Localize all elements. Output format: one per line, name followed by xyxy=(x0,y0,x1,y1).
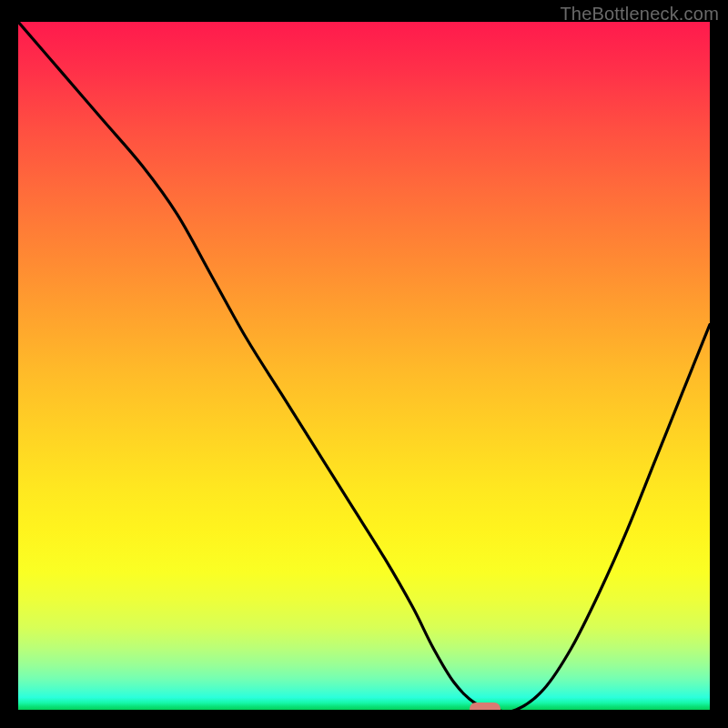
curve-path xyxy=(18,22,710,710)
optimal-marker xyxy=(470,703,500,710)
plot-area xyxy=(18,22,710,710)
chart-frame: TheBottleneck.com xyxy=(0,0,728,728)
watermark-text: TheBottleneck.com xyxy=(560,4,719,25)
bottleneck-curve xyxy=(18,22,710,710)
